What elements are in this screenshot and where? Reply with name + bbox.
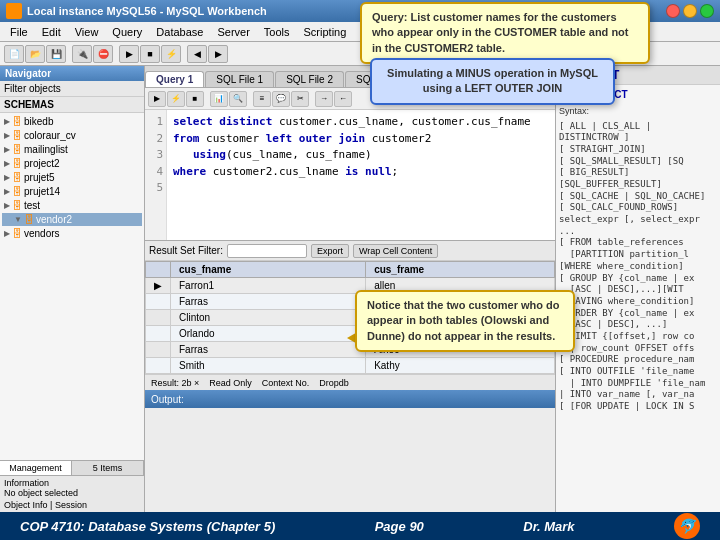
row-marker [146, 358, 171, 374]
line-numbers: 1 2 3 4 5 [145, 110, 167, 240]
tab-sql1[interactable]: SQL File 1 [205, 71, 274, 87]
row-marker-header [146, 262, 171, 278]
nav-group-bikedb: ▶ 🗄 bikedb [2, 115, 142, 128]
right-panel: ▷ SELECT Topic: SELECT Syntax: [ ALL | C… [555, 66, 720, 512]
footer-left: COP 4710: Database Systems (Chapter 5) [20, 519, 275, 534]
comment-btn[interactable]: 💬 [272, 91, 290, 107]
nav-item-coloraur[interactable]: ▶ 🗄 coloraur_cv [2, 129, 142, 142]
row-marker [146, 342, 171, 358]
db-icon: 🗄 [12, 116, 22, 127]
nav-tree: ▶ 🗄 bikedb ▶ 🗄 coloraur_cv ▶ 🗄 [0, 113, 144, 460]
nav-item-bikedb[interactable]: ▶ 🗄 bikedb [2, 115, 142, 128]
navigator-filter: Filter objects [0, 81, 144, 97]
session-tab[interactable]: Session [55, 500, 87, 510]
code-content[interactable]: select distinct customer.cus_lname, cust… [167, 110, 555, 240]
nav-item-project2[interactable]: ▶ 🗄 project2 [2, 157, 142, 170]
menu-edit[interactable]: Edit [36, 24, 67, 40]
nav-item-prujet5[interactable]: ▶ 🗄 prujet5 [2, 171, 142, 184]
forward-btn[interactable]: ▶ [208, 45, 228, 63]
arrow-icon: ▶ [4, 117, 10, 126]
explain-btn[interactable]: 📊 [210, 91, 228, 107]
schemas-label: SCHEMAS [0, 97, 144, 113]
run-btn[interactable]: ▶ [119, 45, 139, 63]
unindent-btn[interactable]: ← [334, 91, 352, 107]
uncomment-btn[interactable]: ✂ [291, 91, 309, 107]
arrow-icon: ▶ [4, 187, 10, 196]
nav-group-mailing: ▶ 🗄 mailinglist [2, 143, 142, 156]
back-btn[interactable]: ◀ [187, 45, 207, 63]
db-icon: 🗄 [12, 228, 22, 239]
nav-item-mailing[interactable]: ▶ 🗄 mailinglist [2, 143, 142, 156]
right-panel-content: Topic: SELECT Syntax: [ ALL | CLS_ALL | … [556, 85, 720, 512]
nav-group-prujet14: ▶ 🗄 prujet14 [2, 185, 142, 198]
arrow-icon: ▶ [4, 145, 10, 154]
cell-fname: Farras [171, 342, 366, 358]
wrap-button[interactable]: Wrap Cell Content [353, 244, 438, 258]
db-icon: 🗄 [12, 172, 22, 183]
menu-view[interactable]: View [69, 24, 105, 40]
window-title: Local instance MySQL56 - MySQL Workbench [27, 5, 267, 17]
cell-fname: Farron1 [171, 278, 366, 294]
navigator-header: Navigator [0, 66, 144, 81]
execute-line-btn[interactable]: ⚡ [167, 91, 185, 107]
row-marker [146, 294, 171, 310]
open-file-btn[interactable]: 📂 [25, 45, 45, 63]
filter-label: Result Set Filter: [149, 245, 223, 256]
menu-file[interactable]: File [4, 24, 34, 40]
nav-bottom-info: Information No object selected Object In… [0, 475, 144, 512]
nav-tabs-bottom: Object Info | Session [4, 500, 140, 510]
row-marker [146, 326, 171, 342]
save-btn[interactable]: 💾 [46, 45, 66, 63]
format-btn[interactable]: ≡ [253, 91, 271, 107]
nav-info-label: Information [4, 478, 140, 488]
tab-query1[interactable]: Query 1 [145, 71, 204, 87]
connect-btn[interactable]: 🔌 [72, 45, 92, 63]
export-button[interactable]: Export [311, 244, 349, 258]
menu-tools[interactable]: Tools [258, 24, 296, 40]
context-btn[interactable]: 🔍 [229, 91, 247, 107]
content-area: Navigator Filter objects SCHEMAS ▶ 🗄 bik… [0, 66, 720, 512]
nav-item-test[interactable]: ▶ 🗄 test [2, 199, 142, 212]
nav-tab-items[interactable]: 5 Items [72, 461, 144, 475]
arrow-icon: ▶ [4, 229, 10, 238]
code-editor[interactable]: 1 2 3 4 5 select distinct customer.cus_l… [145, 110, 555, 240]
stop-exec-btn[interactable]: ■ [186, 91, 204, 107]
arrow-icon: ▶ [4, 131, 10, 140]
disconnect-btn[interactable]: ⛔ [93, 45, 113, 63]
row-marker [146, 310, 171, 326]
footer-center: Page 90 [375, 519, 424, 534]
db-icon: 🗄 [12, 144, 22, 155]
db-icon: 🗄 [12, 186, 22, 197]
row-marker: ▶ [146, 278, 171, 294]
nav-item-vendor2[interactable]: ▼ 🗄 vendor2 [2, 213, 142, 226]
new-file-btn[interactable]: 📄 [4, 45, 24, 63]
objects-info-tab[interactable]: Object Info [4, 500, 48, 510]
run-line-btn[interactable]: ⚡ [161, 45, 181, 63]
results-status: Result: 2b × Read Only Context No. Dropd… [145, 374, 555, 390]
db-icon: 🗄 [12, 158, 22, 169]
callout-minus: Simulating a MINUS operation in MySQL us… [370, 58, 615, 105]
results-filter-input[interactable] [227, 244, 307, 258]
nav-item-vendors[interactable]: ▶ 🗄 vendors [2, 227, 142, 240]
cell-fname: Smith [171, 358, 366, 374]
arrow-icon: ▶ [4, 159, 10, 168]
stop-btn[interactable]: ■ [140, 45, 160, 63]
tab-sql2[interactable]: SQL File 2 [275, 71, 344, 87]
execute-btn[interactable]: ▶ [148, 91, 166, 107]
col-header-lname: cus_frame [366, 262, 555, 278]
app-icon [6, 3, 22, 19]
nav-tab-management[interactable]: Management [0, 461, 72, 475]
indent-btn[interactable]: → [315, 91, 333, 107]
menu-server[interactable]: Server [211, 24, 255, 40]
nav-item-prujet14[interactable]: ▶ 🗄 prujet14 [2, 185, 142, 198]
maximize-button[interactable] [700, 4, 714, 18]
minimize-button[interactable] [683, 4, 697, 18]
menu-query[interactable]: Query [106, 24, 148, 40]
footer-icon: 🐬 [674, 513, 700, 539]
close-button[interactable] [666, 4, 680, 18]
menu-scripting[interactable]: Scripting [298, 24, 353, 40]
cell-lname: Kathy [366, 358, 555, 374]
nav-group-vendors: ▶ 🗄 vendors [2, 227, 142, 240]
read-only-status: Read Only [209, 378, 252, 388]
menu-database[interactable]: Database [150, 24, 209, 40]
